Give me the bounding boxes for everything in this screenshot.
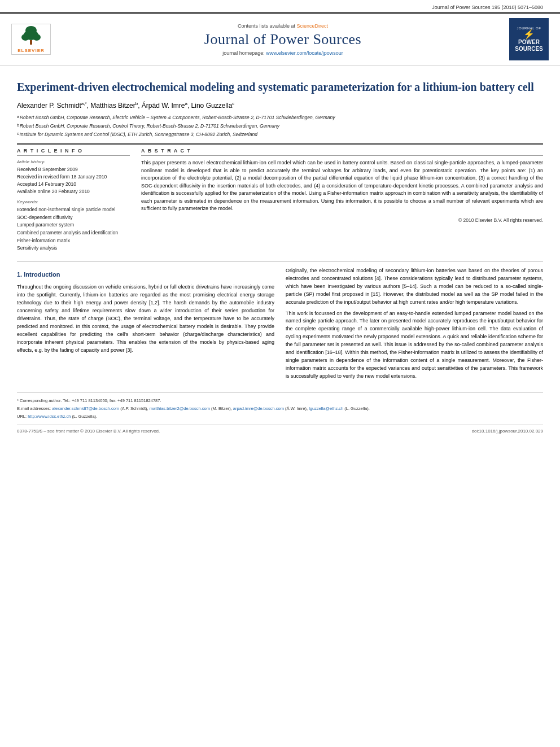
power-text: POWER [518, 39, 540, 45]
author-imre: Árpád W. Imre [142, 102, 185, 110]
keyword-4: Fisher-information matrix [17, 237, 130, 245]
article-title: Experiment-driven electrochemical modeli… [17, 80, 543, 94]
email-1-name: (A.P. Schmidt), [120, 406, 148, 411]
email-label: E-mail addresses: [17, 406, 51, 411]
affil-c-text: Institute for Dynamic Systems and Contro… [20, 131, 257, 138]
footer-url[interactable]: http://www.idsc.ethz.ch [28, 414, 71, 419]
url-label: URL: [17, 414, 27, 419]
section-number: 1. [17, 271, 22, 278]
received-text: Received 8 September 2009 [17, 166, 130, 173]
body-col-right: Originally, the electrochemical modeling… [286, 267, 543, 384]
homepage-label: journal homepage: [222, 50, 265, 56]
email-4-name: (L. Guzzella). [344, 406, 370, 411]
corresponding-text: * Corresponding author. Tel.: +49 711 81… [17, 398, 161, 403]
affil-a-text: Robert Bosch GmbH, Corporate Research, E… [20, 114, 335, 121]
affil-a: a Robert Bosch GmbH, Corporate Research,… [17, 114, 543, 121]
author-schmidt: Alexander P. Schmidt [17, 102, 81, 110]
abstract-col: A B S T R A C T This paper presents a no… [141, 148, 543, 252]
sup-a2: a [185, 101, 187, 106]
journal-header: ELSEVIER Contents lists available at Sci… [0, 12, 560, 65]
intro-para-3: This work is focussed on the development… [286, 310, 543, 381]
journal-homepage: journal homepage: www.elsevier.com/locat… [56, 50, 509, 56]
keywords-label: Keywords: [17, 199, 130, 204]
sources-text: SOURCES [515, 46, 542, 52]
content-lists-line: Contents lists available at ScienceDirec… [56, 23, 509, 29]
received-date: Received 8 September 2009 Received in re… [17, 166, 130, 195]
elsevier-tree-icon [20, 26, 42, 46]
keyword-0: Extended non-isothermal single particle … [17, 206, 130, 214]
doi-text: doi:10.1016/j.jpowsour.2010.02.029 [472, 428, 543, 435]
elsevier-text: ELSEVIER [18, 48, 45, 53]
issn-text: 0378-7753/$ – see front matter © 2010 El… [17, 428, 160, 435]
corresponding-note: * Corresponding author. Tel.: +49 711 81… [17, 397, 543, 404]
sup-a: a,* [81, 101, 87, 106]
body-col-left: 1. Introduction Throughout the ongoing d… [17, 267, 274, 384]
authors-line: Alexander P. Schmidta,*, Matthias Bitzer… [17, 101, 543, 110]
intro-para-2: Originally, the electrochemical modeling… [286, 267, 543, 307]
author-bitzer: Matthias Bitzer [90, 102, 135, 110]
email-4[interactable]: lguzzella@ethz.ch [309, 406, 343, 411]
sup-b: b [135, 101, 138, 106]
copyright-line: © 2010 Elsevier B.V. All rights reserved… [141, 217, 543, 223]
received-revised-text: Received in revised form 18 January 2010 [17, 173, 130, 181]
accepted-text: Accepted 14 February 2010 [17, 181, 130, 188]
affil-b: b Robert Bosch GmbH, Corporate Research,… [17, 123, 543, 130]
available-text: Available online 20 February 2010 [17, 188, 130, 195]
section-title-text: Introduction [24, 271, 60, 278]
homepage-url[interactable]: www.elsevier.com/locate/jpowsour [266, 50, 343, 56]
svg-point-4 [33, 34, 41, 41]
sup-c: c [232, 101, 234, 106]
email-line: E-mail addresses: alexander.schmidt7@de.… [17, 405, 543, 412]
article-info-abstract: A R T I C L E I N F O Article history: R… [17, 148, 543, 252]
header-center: Contents lists available at ScienceDirec… [56, 23, 509, 56]
keyword-2: Lumped parameter system [17, 221, 130, 229]
email-1[interactable]: alexander.schmidt7@de.bosch.com [52, 406, 119, 411]
keyword-1: SOC-dependent diffusivity [17, 214, 130, 222]
url-line: URL: http://www.idsc.ethz.ch (L. Guzzell… [17, 413, 543, 420]
footer-bottom: 0378-7753/$ – see front matter © 2010 El… [17, 425, 543, 435]
body-content: 1. Introduction Throughout the ongoing d… [17, 267, 543, 384]
intro-para-1: Throughout the ongoing discussion on veh… [17, 283, 274, 354]
footer: * Corresponding author. Tel.: +49 711 81… [17, 392, 543, 435]
affil-b-text: Robert Bosch GmbH, Corporate Research, C… [20, 123, 279, 130]
affiliations: a Robert Bosch GmbH, Corporate Research,… [17, 114, 543, 138]
journal-reference: Journal of Power Sources 195 (2010) 5071… [0, 0, 560, 12]
journal-ref-text: Journal of Power Sources 195 (2010) 5071… [432, 5, 543, 10]
email-3-name: (Á.W. Imre), [285, 406, 308, 411]
email-3[interactable]: arpad.imre@de.bosch.com [233, 406, 284, 411]
keyword-3: Combined parameter analysis and identifi… [17, 229, 130, 237]
history-label: Article history: [17, 159, 130, 164]
power-title: POWER SOURCES [515, 39, 542, 53]
keywords-section: Keywords: Extended non-isothermal single… [17, 199, 130, 252]
main-content: Experiment-driven electrochemical modeli… [0, 65, 560, 443]
article-info-col: A R T I C L E I N F O Article history: R… [17, 148, 130, 252]
power-sources-logo: JOURNAL OF ⚡ POWER SOURCES [509, 18, 549, 60]
elsevier-logo: ELSEVIER [11, 24, 56, 55]
abstract-text: This paper presents a novel electrochemi… [141, 159, 543, 213]
elsevier-logo-box: ELSEVIER [11, 24, 51, 55]
divider-thick [17, 143, 543, 145]
url-name: (L. Guzzella). [72, 414, 98, 419]
svg-rect-2 [30, 40, 32, 45]
email-2-name: (M. Bitzer), [211, 406, 232, 411]
divider-body [17, 261, 543, 261]
journal-title: Journal of Power Sources [56, 31, 509, 48]
sciencedirect-link[interactable]: ScienceDirect [297, 23, 329, 29]
section-1-title: 1. Introduction [17, 270, 274, 279]
affil-c: c Institute for Dynamic Systems and Cont… [17, 131, 543, 138]
article-info-heading: A R T I C L E I N F O [17, 148, 130, 156]
content-lists-text: Contents lists available at [238, 23, 295, 29]
page-wrapper: Journal of Power Sources 195 (2010) 5071… [0, 0, 560, 747]
email-2[interactable]: matthias.bitzer2@de.bosch.com [150, 406, 210, 411]
keyword-5: Sensitivity analysis [17, 244, 130, 252]
author-guzzella: Lino Guzzella [191, 102, 233, 110]
svg-point-3 [21, 34, 29, 41]
abstract-heading: A B S T R A C T [141, 148, 543, 156]
